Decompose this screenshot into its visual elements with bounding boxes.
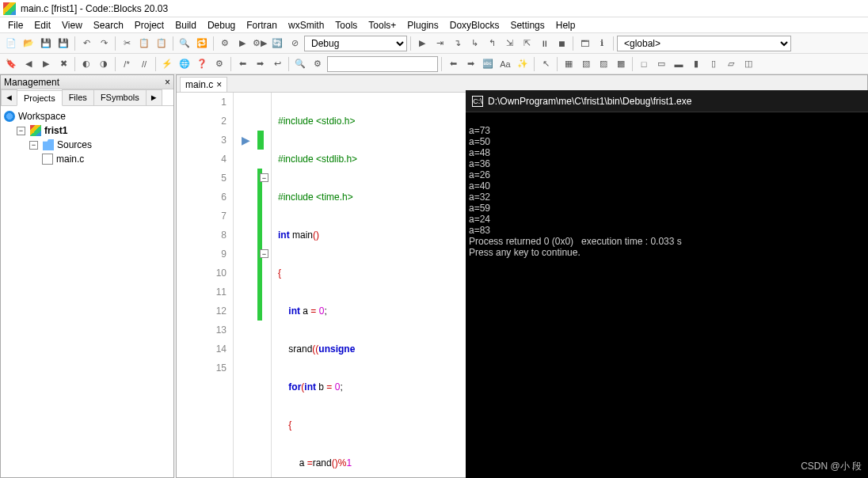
bookmark-toggle-icon[interactable]: 🔖 [3, 56, 19, 72]
menu-help[interactable]: Help [551, 18, 581, 32]
doxy-run-icon[interactable]: ⚡ [159, 56, 175, 72]
block-comment-icon[interactable]: /* [119, 56, 135, 72]
menu-plugins[interactable]: Plugins [402, 18, 443, 32]
debug-run-icon[interactable]: ▶ [414, 36, 430, 51]
nav-fwd-icon[interactable]: ➡ [252, 56, 268, 72]
build-icon[interactable]: ⚙ [217, 36, 233, 51]
info-icon[interactable]: ℹ [594, 36, 610, 51]
wx-tool8-icon[interactable]: ▮ [688, 56, 704, 72]
tab-close-icon[interactable]: × [216, 79, 222, 90]
line-numbers: 123456789101112131415 [177, 93, 234, 477]
step-into-icon[interactable]: ↳ [466, 36, 482, 51]
inc-regex-icon[interactable]: Aa [497, 56, 513, 72]
management-close-icon[interactable]: × [165, 77, 170, 88]
undo-icon[interactable]: ↶ [78, 36, 94, 51]
save-all-icon[interactable]: 💾 [55, 36, 71, 51]
find-icon[interactable]: 🔍 [177, 36, 192, 51]
tree-project[interactable]: −frist1 [4, 123, 170, 138]
search-input[interactable] [327, 56, 438, 72]
run-icon[interactable]: ▶ [234, 36, 250, 51]
menu-doxyblocks[interactable]: DoxyBlocks [445, 18, 504, 32]
menu-search[interactable]: Search [89, 18, 128, 32]
separator [613, 36, 614, 51]
stop-debug-icon[interactable]: ⏹ [554, 36, 569, 51]
editor-tab-main-c[interactable]: main.c × [180, 77, 227, 92]
doxy2-icon[interactable]: ◑ [96, 56, 112, 72]
console-titlebar[interactable]: C:\ D:\OwnProgram\me\C\frist1\bin\Debug\… [466, 90, 868, 112]
wx-tool11-icon[interactable]: ◫ [740, 56, 756, 72]
thread-opts-icon[interactable]: ⚙ [310, 56, 326, 72]
break-icon[interactable]: ⏸ [536, 36, 552, 51]
build-target-select[interactable]: Debug [304, 36, 407, 51]
inc-back-icon[interactable]: ⬅ [445, 56, 461, 72]
wx-tool4-icon[interactable]: ▩ [613, 56, 629, 72]
build-run-icon[interactable]: ⚙▶ [252, 36, 268, 51]
wx-tool1-icon[interactable]: ▦ [561, 56, 577, 72]
menu-debug[interactable]: Debug [203, 18, 240, 32]
tab-files[interactable]: Files [62, 89, 94, 105]
collapse-icon[interactable]: − [17, 127, 25, 135]
menu-toolsplus[interactable]: Tools+ [364, 18, 401, 32]
wx-tool10-icon[interactable]: ▱ [723, 56, 739, 72]
thread-search-icon[interactable]: 🔍 [292, 56, 308, 72]
rebuild-icon[interactable]: 🔄 [269, 36, 285, 51]
cut-icon[interactable]: ✂ [119, 36, 135, 51]
inc-case-icon[interactable]: 🔤 [480, 56, 496, 72]
nav-back-icon[interactable]: ⬅ [234, 56, 250, 72]
menu-file[interactable]: File [3, 18, 28, 32]
wx-tool9-icon[interactable]: ▯ [706, 56, 721, 72]
menu-project[interactable]: Project [130, 18, 169, 32]
toolbar-1: 📄 📂 💾 💾 ↶ ↷ ✂ 📋 📋 🔍 🔁 ⚙ ▶ ⚙▶ 🔄 ⊘ Debug ▶… [0, 33, 868, 54]
stop-icon[interactable]: ⊘ [287, 36, 303, 51]
wx-tool3-icon[interactable]: ▨ [596, 56, 611, 72]
copy-icon[interactable]: 📋 [136, 36, 152, 51]
separator [288, 57, 289, 71]
next-line-icon[interactable]: ↴ [449, 36, 465, 51]
bookmark-next-icon[interactable]: ▶ [38, 56, 54, 72]
tab-fsymbols[interactable]: FSymbols [93, 89, 147, 105]
tab-nav-right-icon[interactable]: ► [146, 89, 162, 105]
bookmark-prev-icon[interactable]: ◀ [21, 56, 36, 72]
scope-select[interactable]: <global> [617, 36, 791, 51]
next-instr-icon[interactable]: ⇲ [501, 36, 517, 51]
save-icon[interactable]: 💾 [38, 36, 54, 51]
run-to-cursor-icon[interactable]: ⇥ [432, 36, 447, 51]
menu-build[interactable]: Build [170, 18, 201, 32]
menu-view[interactable]: View [57, 18, 87, 32]
open-file-icon[interactable]: 📂 [21, 36, 36, 51]
doxy1-icon[interactable]: ◐ [78, 56, 94, 72]
line-comment-icon[interactable]: // [136, 56, 152, 72]
menu-settings[interactable]: Settings [505, 18, 549, 32]
doxy-chm-icon[interactable]: ❓ [194, 56, 210, 72]
tree-file-main-c[interactable]: main.c [4, 152, 170, 166]
tree-workspace[interactable]: Workspace [4, 109, 170, 123]
inc-fwd-icon[interactable]: ➡ [463, 56, 478, 72]
step-out-icon[interactable]: ↰ [484, 36, 500, 51]
new-file-icon[interactable]: 📄 [3, 36, 19, 51]
doxy-html-icon[interactable]: 🌐 [177, 56, 192, 72]
tab-nav-left-icon[interactable]: ◄ [1, 89, 17, 105]
fold-toggle-icon[interactable]: − [260, 173, 268, 182]
bookmark-clear-icon[interactable]: ✖ [55, 56, 71, 72]
debug-windows-icon[interactable]: 🗔 [577, 36, 592, 51]
wx-tool2-icon[interactable]: ▧ [578, 56, 594, 72]
paste-icon[interactable]: 📋 [154, 36, 169, 51]
collapse-icon[interactable]: − [29, 141, 38, 150]
doxy-config-icon[interactable]: ⚙ [211, 56, 227, 72]
menu-wxsmith[interactable]: wxSmith [284, 18, 329, 32]
wx-tool6-icon[interactable]: ▭ [653, 56, 669, 72]
tree-folder-sources[interactable]: −Sources [4, 138, 170, 152]
wx-tool5-icon[interactable]: □ [636, 56, 652, 72]
tab-projects[interactable]: Projects [17, 90, 63, 106]
menu-fortran[interactable]: Fortran [242, 18, 282, 32]
fold-toggle-icon[interactable]: − [260, 249, 268, 258]
menu-edit[interactable]: Edit [29, 18, 55, 32]
wx-tool7-icon[interactable]: ▬ [671, 56, 687, 72]
inc-highlight-icon[interactable]: ✨ [515, 56, 531, 72]
menu-tools[interactable]: Tools [330, 18, 362, 32]
select-icon[interactable]: ↖ [538, 56, 554, 72]
replace-icon[interactable]: 🔁 [194, 36, 210, 51]
step-instr-icon[interactable]: ⇱ [519, 36, 535, 51]
nav-last-icon[interactable]: ↩ [269, 56, 285, 72]
redo-icon[interactable]: ↷ [96, 36, 112, 51]
